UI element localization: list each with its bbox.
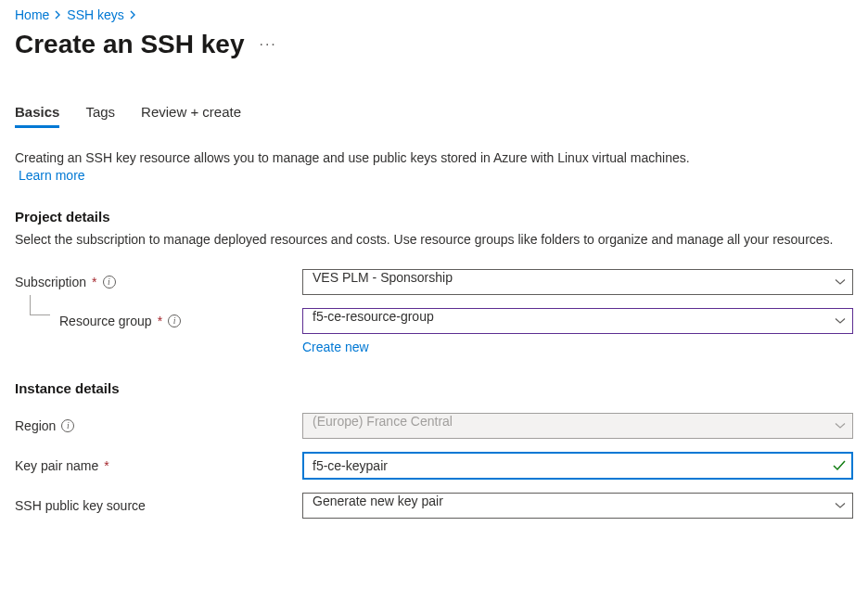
intro-block: Creating an SSH key resource allows you …: [15, 149, 853, 183]
page-title: Create an SSH key: [15, 30, 244, 59]
page-title-row: Create an SSH key ···: [15, 30, 853, 59]
create-new-link[interactable]: Create new: [302, 340, 369, 354]
create-new-row: Create new: [15, 340, 853, 354]
chevron-right-icon: [55, 10, 61, 19]
project-details-description: Select the subscription to manage deploy…: [15, 230, 853, 249]
required-star: *: [92, 275, 96, 289]
tab-basics[interactable]: Basics: [15, 104, 59, 128]
region-label: Region i: [15, 418, 302, 433]
ssh-source-select[interactable]: Generate new key pair: [302, 493, 853, 519]
required-star: *: [104, 458, 108, 473]
breadcrumb-ssh-keys[interactable]: SSH keys: [67, 7, 123, 22]
learn-more-link[interactable]: Learn more: [19, 168, 85, 183]
key-pair-name-input[interactable]: [302, 452, 853, 480]
info-icon[interactable]: i: [168, 314, 181, 327]
key-pair-name-label: Key pair name *: [15, 458, 302, 473]
form-row-key-pair-name: Key pair name *: [15, 452, 853, 480]
subscription-label: Subscription * i: [15, 275, 302, 289]
resource-group-select[interactable]: f5-ce-resource-group: [302, 308, 853, 334]
intro-text: Creating an SSH key resource allows you …: [15, 150, 690, 165]
breadcrumb-home[interactable]: Home: [15, 7, 49, 22]
more-icon[interactable]: ···: [259, 36, 276, 53]
breadcrumb: Home SSH keys: [15, 7, 853, 22]
ssh-source-label: SSH public key source: [15, 498, 302, 513]
tab-tags[interactable]: Tags: [85, 104, 115, 128]
info-icon[interactable]: i: [103, 276, 116, 289]
tabs: Basics Tags Review + create: [15, 104, 853, 129]
form-row-region: Region i (Europe) France Central: [15, 413, 853, 439]
required-star: *: [158, 314, 162, 328]
form-row-ssh-source: SSH public key source Generate new key p…: [15, 493, 853, 519]
form-row-resource-group: Resource group * i f5-ce-resource-group: [15, 308, 853, 334]
resource-group-label: Resource group * i: [15, 314, 302, 328]
project-details-heading: Project details: [15, 209, 853, 225]
form-row-subscription: Subscription * i VES PLM - Sponsorship: [15, 269, 853, 295]
nested-indicator-icon: [30, 295, 50, 315]
instance-details-heading: Instance details: [15, 380, 853, 396]
info-icon[interactable]: i: [61, 419, 74, 432]
chevron-right-icon: [130, 10, 136, 19]
tab-review-create[interactable]: Review + create: [141, 104, 241, 128]
subscription-select[interactable]: VES PLM - Sponsorship: [302, 269, 853, 295]
region-select: (Europe) France Central: [302, 413, 853, 439]
